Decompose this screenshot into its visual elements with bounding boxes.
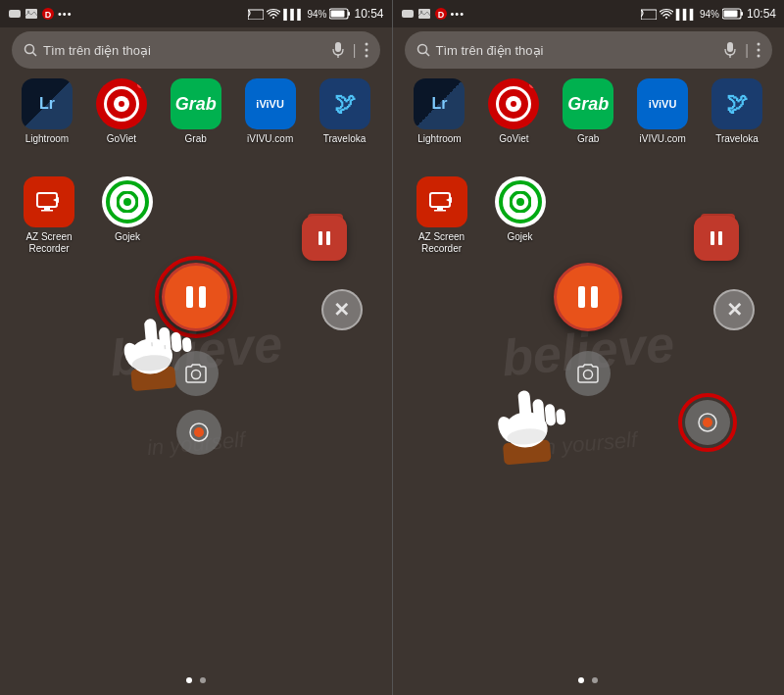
- app-traveloka-right[interactable]: 🕊 Traveloka: [706, 78, 768, 145]
- dot-2-right: [592, 677, 598, 683]
- svg-point-13: [365, 43, 368, 46]
- svg-point-21: [123, 198, 131, 206]
- svg-rect-63: [578, 286, 585, 308]
- notif-icon-right: [401, 7, 415, 21]
- app-icon-azscreen-left: [24, 176, 74, 227]
- app-icon-gojek-left: [102, 176, 153, 227]
- bottom-dots-left: [186, 677, 206, 683]
- app-label-traveloka-right: Traveloka: [715, 133, 759, 145]
- svg-rect-39: [402, 10, 414, 18]
- svg-rect-64: [591, 286, 598, 308]
- svg-rect-25: [199, 286, 206, 308]
- app-gojek-left[interactable]: Gojek: [96, 176, 159, 255]
- app-icon-grab-right: Grab: [563, 78, 613, 129]
- app-grab-right[interactable]: Grab Grab: [557, 78, 619, 145]
- dot-1-left: [186, 677, 192, 683]
- battery-icon-right: [722, 8, 744, 20]
- app-icon-ivivu-right: iViVU: [637, 78, 688, 129]
- app-icon-lightroom-left: Lr: [22, 78, 73, 129]
- close-button-left[interactable]: ✕: [321, 289, 363, 330]
- status-right-info-right: ▌▌▌ 94% 10:54: [641, 7, 776, 21]
- close-icon-left: ✕: [333, 298, 350, 322]
- pause-icon-right: [573, 282, 603, 312]
- menu-icon-left[interactable]: [365, 42, 368, 58]
- app-label-grab-left: Grab: [185, 133, 207, 145]
- svg-point-9: [25, 45, 34, 54]
- svg-rect-58: [434, 210, 446, 212]
- svg-point-52: [758, 43, 760, 46]
- app-label-goviet-left: GoViet: [107, 133, 136, 145]
- search-text-left: Tìm trên điện thoại: [43, 43, 331, 58]
- azscreen-icon-svg: [35, 190, 63, 214]
- status-time-left: 10:54: [354, 7, 383, 21]
- wifi-icon-right: [660, 8, 673, 20]
- svg-line-49: [425, 53, 429, 57]
- app-lightroom-right[interactable]: Lr Lightroom: [408, 78, 470, 145]
- signal-icon-left: ▌▌▌: [283, 9, 304, 20]
- app-icon-lightroom-right: Lr: [414, 78, 465, 129]
- mic-icon-right[interactable]: [723, 41, 737, 59]
- hand-cursor-left: [89, 290, 215, 421]
- status-bar-left: D ••• ▌▌▌ 94% 10:54: [0, 0, 392, 27]
- signal-icon-right: ▌▌▌: [676, 9, 697, 20]
- svg-text:D: D: [45, 10, 52, 20]
- menu-icon-right[interactable]: [757, 42, 760, 58]
- app-gojek-right[interactable]: Gojek: [489, 176, 552, 255]
- app-label-ivivu-right: iVIVU.com: [639, 133, 685, 145]
- mic-icon-left[interactable]: [331, 41, 345, 59]
- svg-rect-34: [182, 337, 192, 353]
- photo-icon-right: [417, 7, 431, 21]
- d-icon-right: D: [434, 7, 448, 21]
- svg-rect-8: [331, 11, 345, 18]
- search-icon-right: [416, 43, 430, 57]
- svg-point-53: [758, 49, 760, 52]
- app-azscreen-left[interactable]: AZ ScreenRecorder: [18, 176, 80, 255]
- app-label-gojek-left: Gojek: [115, 231, 140, 243]
- app-icon-gojek-right: [495, 176, 546, 227]
- svg-point-48: [417, 45, 426, 54]
- app-grab-left[interactable]: Grab Grab: [165, 78, 227, 145]
- app-label-traveloka-left: Traveloka: [323, 133, 367, 145]
- close-button-right[interactable]: ✕: [713, 289, 755, 330]
- pause-button-container-right: [554, 263, 622, 331]
- pause-button-right[interactable]: [554, 263, 622, 331]
- search-bar-right[interactable]: Tìm trên điện thoại |: [405, 31, 773, 69]
- search-text-right: Tìm trên điện thoại: [436, 43, 724, 58]
- status-bar-right: D ••• ▌▌▌ 94% 10:54: [393, 0, 785, 27]
- svg-rect-47: [723, 11, 737, 18]
- search-bar-left[interactable]: Tìm trên điện thoại |: [12, 31, 380, 69]
- svg-rect-72: [544, 404, 556, 426]
- app-ivivu-right[interactable]: iViVU iVIVU.com: [631, 78, 694, 145]
- app-icon-traveloka-left: 🕊: [319, 78, 370, 129]
- svg-rect-18: [44, 207, 50, 210]
- app-traveloka-left[interactable]: 🕊 Traveloka: [314, 78, 376, 145]
- app-icon-goviet-right: [488, 78, 539, 129]
- status-left-icons-right: D •••: [401, 7, 466, 21]
- status-left-icons: D •••: [8, 7, 73, 21]
- svg-point-14: [365, 49, 368, 52]
- app-lightroom-left[interactable]: Lr Lightroom: [16, 78, 78, 145]
- app-goviet-right[interactable]: GoViet: [482, 78, 545, 145]
- app-label-gojek-right: Gojek: [507, 231, 532, 243]
- app-label-azscreen-right: AZ ScreenRecorder: [418, 231, 465, 255]
- svg-point-54: [758, 55, 760, 58]
- hand-svg-left: [92, 290, 216, 406]
- svg-line-10: [33, 53, 37, 57]
- cast-icon: [248, 8, 264, 20]
- app-label-goviet-right: GoViet: [499, 133, 528, 145]
- wifi-icon-left: [267, 8, 280, 20]
- app-label-ivivu-left: iVIVU.com: [247, 133, 293, 145]
- svg-rect-0: [9, 10, 21, 18]
- svg-rect-19: [41, 210, 53, 212]
- dot-1-right: [578, 677, 584, 683]
- record-button-right[interactable]: [685, 400, 730, 445]
- search-actions-right: |: [723, 41, 760, 59]
- svg-point-28: [194, 427, 204, 437]
- app-azscreen-right[interactable]: AZ ScreenRecorder: [411, 176, 473, 255]
- app-goviet-left[interactable]: GoViet: [90, 78, 153, 145]
- app-ivivu-left[interactable]: iViVU iVIVU.com: [239, 78, 302, 145]
- app-label-lightroom-right: Lightroom: [417, 133, 461, 145]
- dots-icon: •••: [58, 8, 73, 20]
- record-icon-left: [187, 421, 211, 444]
- record-button-container-right: [685, 400, 730, 445]
